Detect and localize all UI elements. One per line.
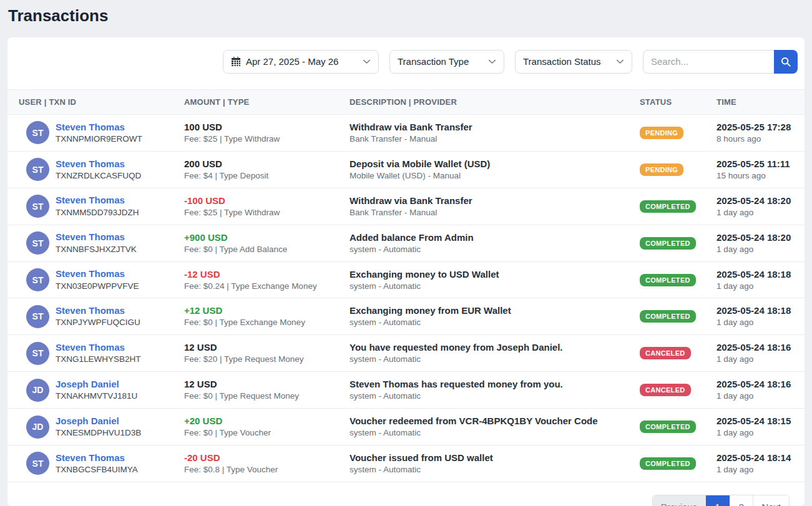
status-badge: CANCELED [640,384,691,396]
amount: +900 USD [184,231,335,244]
table-row: ST Steven Thomas TXNZRDLKCASFUQD 200 USD… [7,151,805,188]
avatar: ST [26,305,49,328]
transaction-status-select[interactable]: Transaction Status [515,50,632,74]
table-row: ST Steven Thomas TXNG1LEWHYSB2HT 12 USD … [7,335,805,372]
page-item-2[interactable]: 2 [730,495,753,506]
date-range-picker[interactable]: Apr 27, 2025 - May 26 [223,50,379,74]
txn-id: TXNG1LEWHYSB2HT [56,354,141,365]
provider: system - Automatic [350,464,625,476]
column-header-description-provider: DESCRIPTION | PROVIDER [342,90,632,115]
avatar: ST [26,158,49,181]
avatar: JD [26,379,49,402]
time-ago: 1 day ago [717,207,797,219]
user-link[interactable]: Steven Thomas [56,304,140,317]
datetime: 2025-05-25 11:11 [717,157,797,170]
column-header-status: STATUS [632,90,709,115]
datetime: 2025-05-24 18:16 [717,377,797,391]
transaction-status-label: Transaction Status [523,56,609,67]
datetime: 2025-05-24 18:15 [717,414,797,427]
avatar: ST [26,195,49,218]
search-button[interactable] [774,50,798,74]
user-link[interactable]: Steven Thomas [56,194,139,207]
table-row: ST Steven Thomas TXNPJYWPFUQCIGU +12 USD… [7,298,805,335]
amount: 100 USD [184,120,335,134]
description: Withdraw via Bank Transfer [350,194,625,207]
status-badge: COMPLETED [640,421,696,433]
txn-id: TXNPJYWPFUQCIGU [56,317,140,328]
user-link[interactable]: Steven Thomas [56,268,139,280]
amount: -20 USD [184,451,335,464]
description: Withdraw via Bank Transfer [350,120,625,134]
table-header-row: USER | TXN ID AMOUNT | TYPE DESCRIPTION … [7,90,805,115]
user-link[interactable]: Steven Thomas [56,158,141,170]
amount: +20 USD [184,414,335,427]
status-badge: COMPLETED [640,457,696,470]
table-row: ST Steven Thomas TXNNPMIOR9EROWT 100 USD… [7,115,805,152]
table-footer: Previous 1 2 Next [7,482,805,506]
user-link[interactable]: Steven Thomas [56,231,137,243]
avatar: ST [26,231,49,255]
txn-id: TXNNBFSJHXZJTVK [56,244,137,255]
table-row: ST Steven Thomas TXNNBFSJHXZJTVK +900 US… [7,225,805,261]
time-ago: 1 day ago [717,281,797,293]
status-badge: CANCELED [640,347,691,359]
fee-type: Fee: $0.24 | Type Exchange Money [184,281,335,293]
fee-type: Fee: $25 | Type Withdraw [184,134,335,145]
description: Steven Thomas has requested money from y… [350,377,625,391]
table-row: JD Joseph Daniel TXNAKHMVTVJ181U 12 USD … [7,372,805,409]
provider: system - Automatic [350,427,625,439]
txn-id: TXNAKHMVTVJ181U [56,391,137,402]
user-link[interactable]: Joseph Daniel [56,378,137,391]
transaction-type-select[interactable]: Transaction Type [389,50,504,74]
txn-id: TXNESMDPHVU1D3B [56,427,141,439]
fee-type: Fee: $0 | Type Exchange Money [184,317,335,329]
datetime: 2025-05-25 17:28 [717,120,797,134]
column-header-time: TIME [709,90,805,115]
fee-type: Fee: $0 | Type Request Money [184,391,335,402]
time-ago: 1 day ago [717,427,797,439]
filter-bar: Apr 27, 2025 - May 26 Transaction Type T… [7,37,805,75]
search-group [643,50,798,74]
page-item-1[interactable]: 1 [706,495,730,506]
status-badge: COMPLETED [640,274,696,286]
user-link[interactable]: Steven Thomas [56,341,141,354]
time-ago: 1 day ago [717,354,797,366]
datetime: 2025-05-24 18:16 [717,341,797,354]
amount: +12 USD [184,304,335,317]
provider: Bank Transfer - Manual [350,207,625,219]
datetime: 2025-05-24 18:20 [717,194,797,207]
provider: system - Automatic [350,354,625,366]
description: Voucher issued from USD wallet [350,451,625,464]
page-item-next[interactable]: Next [753,495,789,506]
table-row: ST Steven Thomas TXNMM5DD793JDZH -100 US… [7,188,805,225]
chevron-down-icon [488,57,496,66]
provider: system - Automatic [350,391,625,402]
datetime: 2025-05-24 18:14 [717,451,797,464]
status-badge: PENDING [640,127,683,139]
txn-id: TXNNPMIOR9EROWT [56,134,142,145]
txn-id: TXNZRDLKCASFUQD [56,170,141,182]
table-row: ST Steven Thomas TXN03E0PWPPVFVE -12 USD… [7,261,805,298]
provider: Bank Transfer - Manual [350,134,625,145]
search-input[interactable] [643,50,774,74]
fee-type: Fee: $0 | Type Voucher [184,427,335,439]
amount: 200 USD [184,157,335,170]
avatar: ST [26,342,49,365]
time-ago: 15 hours ago [717,170,797,182]
fee-type: Fee: $4 | Type Deposit [184,170,335,182]
txn-id: TXNMM5DD793JDZH [56,207,139,218]
user-link[interactable]: Steven Thomas [56,452,138,464]
column-header-amount-type: AMOUNT | TYPE [177,90,342,115]
search-icon [781,57,791,67]
amount: 12 USD [184,341,335,354]
user-link[interactable]: Steven Thomas [56,121,142,134]
page-item-previous[interactable]: Previous [653,495,706,506]
description: Voucher redeemed from VCR-4BPKQ1BY Vouch… [350,414,625,427]
time-ago: 1 day ago [717,244,797,256]
user-link[interactable]: Joseph Daniel [56,415,141,427]
fee-type: Fee: $0 | Type Add Balance [184,244,335,256]
description: Exchanging money to USD Wallet [350,268,625,281]
description: Exchanging money from EUR Wallet [350,304,625,317]
txn-id: TXNBGCSFB4UIMYA [56,464,138,475]
column-header-user-txn-id: USER | TXN ID [7,90,177,115]
